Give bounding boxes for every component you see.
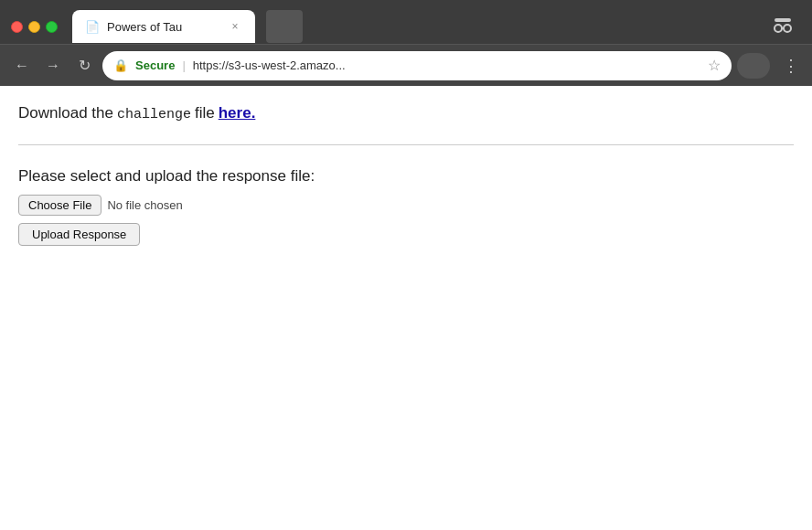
download-prefix-text: Download the xyxy=(18,104,113,122)
url-text: https://s3-us-west-2.amazo... xyxy=(193,58,697,72)
tab-title: Powers of Tau xyxy=(107,20,182,34)
section-divider xyxy=(18,144,794,145)
download-line: Download the challenge file here. xyxy=(18,104,794,122)
minimize-window-button[interactable] xyxy=(28,21,40,33)
new-tab-area xyxy=(266,10,303,43)
browser-menu-icon[interactable] xyxy=(764,10,801,43)
reload-button[interactable]: ↻ xyxy=(71,53,97,79)
active-tab[interactable]: 📄 Powers of Tau × xyxy=(72,10,255,43)
svg-point-2 xyxy=(784,25,791,32)
browser-more-options-button[interactable]: ⋮ xyxy=(779,52,803,80)
download-link[interactable]: here. xyxy=(219,104,256,122)
title-bar: 📄 Powers of Tau × xyxy=(0,0,812,44)
upload-prompt-label: Please select and upload the response fi… xyxy=(18,167,794,186)
upload-response-button[interactable]: Upload Response xyxy=(18,223,140,246)
forward-button[interactable]: → xyxy=(40,53,66,79)
maximize-window-button[interactable] xyxy=(46,21,58,33)
file-input-row: Choose File No file chosen xyxy=(18,195,794,216)
address-bar[interactable]: 🔒 Secure | https://s3-us-west-2.amazo...… xyxy=(102,51,732,80)
no-file-label: No file chosen xyxy=(107,198,182,212)
tab-close-button[interactable]: × xyxy=(228,19,242,34)
bookmark-star-button[interactable]: ☆ xyxy=(708,57,721,74)
browser-menu xyxy=(764,10,801,43)
download-middle-text: file xyxy=(195,104,215,122)
page-content: Download the challenge file here. Please… xyxy=(0,86,812,264)
nav-bar: ← → ↻ 🔒 Secure | https://s3-us-west-2.am… xyxy=(0,44,812,86)
secure-label: Secure xyxy=(135,58,175,72)
challenge-code-text: challenge xyxy=(117,107,191,122)
extension-area xyxy=(737,53,770,79)
traffic-lights xyxy=(11,21,58,33)
lock-icon: 🔒 xyxy=(113,58,128,72)
close-window-button[interactable] xyxy=(11,21,23,33)
choose-file-button[interactable]: Choose File xyxy=(18,195,102,216)
browser-chrome: 📄 Powers of Tau × ← → ↻ xyxy=(0,0,812,86)
upload-section: Please select and upload the response fi… xyxy=(18,167,794,246)
spy-icon xyxy=(772,16,794,37)
svg-rect-0 xyxy=(775,18,791,22)
tab-page-icon: 📄 xyxy=(85,20,100,34)
back-button[interactable]: ← xyxy=(9,53,35,79)
svg-point-1 xyxy=(775,25,782,32)
url-separator: | xyxy=(182,58,185,72)
